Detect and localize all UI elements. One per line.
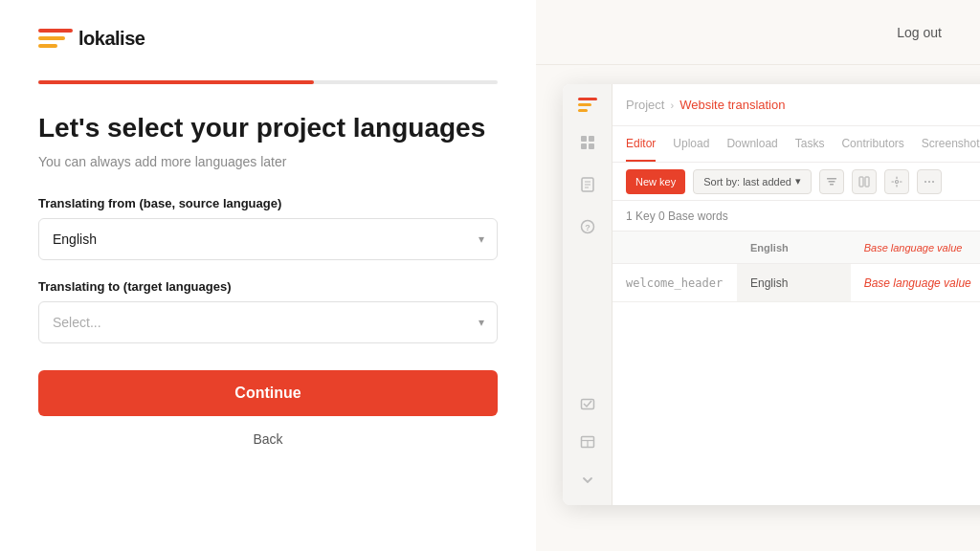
svg-rect-14 [827, 178, 836, 180]
svg-rect-0 [581, 136, 587, 142]
logo-area: lokalise [38, 27, 498, 50]
breadcrumb-arrow-icon: › [670, 99, 674, 111]
mini-bar-2 [578, 103, 591, 106]
sidebar-icon-check[interactable] [576, 392, 599, 415]
logo-bar-1 [38, 29, 73, 33]
editor-main: Project › Website translation Editor Upl… [612, 84, 980, 505]
row-value-cell[interactable]: Base language value [851, 264, 980, 301]
from-language-select[interactable]: English [38, 218, 498, 260]
right-panel: Log out [536, 0, 980, 551]
tab-contributors[interactable]: Contributors [841, 126, 903, 162]
more-options-button[interactable] [917, 169, 942, 194]
to-language-select[interactable]: Select... [38, 301, 498, 343]
left-panel: lokalise Let's select your project langu… [0, 0, 536, 551]
tab-upload[interactable]: Upload [673, 126, 709, 162]
logo-bar-2 [38, 36, 65, 40]
page-title: Let's select your project languages [38, 111, 498, 144]
lokalise-logo-icon [38, 27, 73, 50]
stats-text: 1 Key 0 Base words [626, 209, 728, 223]
editor-sidebar: ? [563, 84, 612, 505]
svg-rect-18 [865, 177, 869, 187]
sidebar-logo-icon [578, 98, 597, 112]
svg-rect-3 [589, 143, 594, 149]
progress-bar-container [38, 80, 498, 84]
logo-bar-3 [38, 44, 57, 48]
svg-text:?: ? [585, 223, 590, 232]
from-language-group: Translating from (base, source language)… [38, 196, 498, 260]
to-language-label: Translating to (target languages) [38, 279, 498, 294]
filter-icon-button[interactable] [819, 169, 844, 194]
editor-tabs: Editor Upload Download Tasks Contributor… [612, 126, 980, 163]
svg-rect-10 [582, 400, 594, 409]
tab-screenshots[interactable]: Screenshots [922, 126, 980, 162]
logout-button[interactable]: Log out [897, 25, 942, 40]
svg-point-22 [932, 181, 934, 183]
to-language-group: Translating to (target languages) Select… [38, 279, 498, 343]
sort-button[interactable]: Sort by: last added ▾ [693, 169, 812, 194]
breadcrumb-current[interactable]: Website translation [679, 98, 785, 112]
col-header-lang: English [737, 242, 851, 253]
back-button[interactable]: Back [38, 431, 498, 447]
logo-text: lokalise [78, 28, 145, 50]
settings-icon-button[interactable] [884, 169, 909, 194]
sidebar-icon-document[interactable] [576, 173, 599, 196]
sidebar-icon-table[interactable] [576, 430, 599, 453]
svg-rect-16 [830, 184, 834, 186]
sidebar-icon-chevron-down[interactable] [576, 469, 599, 492]
mini-bar-3 [578, 109, 588, 112]
svg-rect-15 [828, 181, 835, 183]
sort-chevron-icon: ▾ [795, 175, 801, 187]
table-header: English Base language value [612, 231, 980, 264]
svg-rect-2 [581, 143, 587, 149]
svg-point-20 [924, 181, 926, 183]
page-subtitle: You can always add more languages later [38, 154, 498, 169]
editor-stats: 1 Key 0 Base words [612, 201, 980, 231]
tab-tasks[interactable]: Tasks [795, 126, 825, 162]
breadcrumb-project: Project [626, 98, 664, 112]
table-row[interactable]: welcome_header English Base language val… [612, 264, 980, 302]
sidebar-icon-help[interactable]: ? [576, 215, 599, 238]
col-header-value: Base language value [851, 242, 980, 253]
svg-point-19 [895, 180, 898, 183]
sidebar-icon-grid[interactable] [576, 131, 599, 154]
svg-rect-17 [859, 177, 863, 187]
sidebar-bottom-icons [563, 392, 612, 492]
row-lang-cell[interactable]: English [737, 264, 851, 301]
tab-editor[interactable]: Editor [626, 126, 656, 162]
editor-toolbar: New key Sort by: last added ▾ [612, 163, 980, 201]
new-key-button[interactable]: New key [626, 169, 685, 194]
editor-window: ? [563, 84, 980, 505]
tab-download[interactable]: Download [726, 126, 777, 162]
svg-point-21 [928, 181, 930, 183]
editor-breadcrumb: Project › Website translation [612, 84, 980, 126]
progress-bar-fill [38, 80, 314, 84]
continue-button[interactable]: Continue [38, 370, 498, 416]
sort-label: Sort by: last added [703, 176, 791, 187]
to-language-select-wrapper: Select... ▾ [38, 301, 498, 343]
from-language-label: Translating from (base, source language) [38, 196, 498, 210]
right-top-bar: Log out [536, 0, 980, 65]
from-language-select-wrapper: English ▾ [38, 218, 498, 260]
mini-bar-1 [578, 98, 597, 100]
row-key-cell: welcome_header [612, 276, 737, 290]
columns-icon-button[interactable] [852, 169, 877, 194]
svg-rect-1 [589, 136, 594, 142]
